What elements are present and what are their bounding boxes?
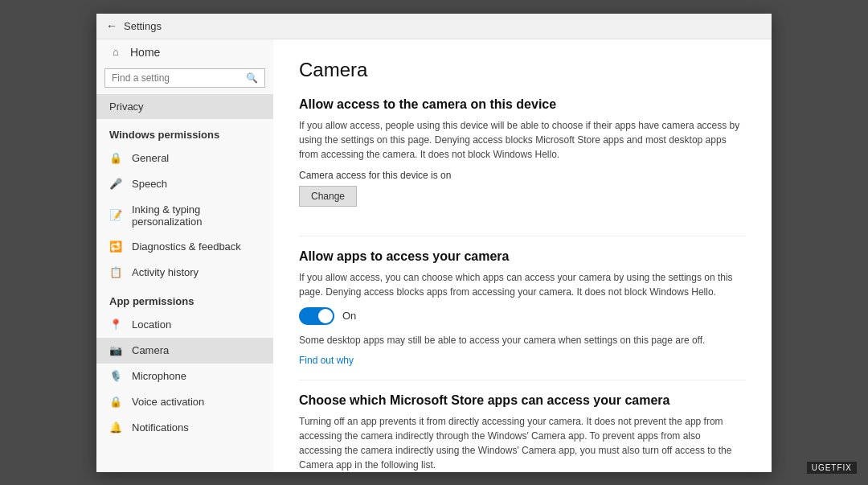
sidebar-item-speech[interactable]: 🎤 Speech	[96, 171, 273, 197]
camera-status: Camera access for this device is on	[299, 170, 746, 181]
sidebar-item-home[interactable]: ⌂ Home	[96, 39, 273, 65]
settings-window: ← Settings ⌂ Home 🔍 Privacy Windows perm…	[96, 14, 772, 472]
notifications-icon: 🔔	[109, 421, 122, 434]
sidebar-item-label: Camera	[132, 344, 169, 356]
windows-permissions-header: Windows permissions	[96, 119, 273, 146]
inking-icon: 📝	[109, 209, 122, 222]
app-access-toggle[interactable]	[299, 307, 334, 325]
diagnostics-icon: 🔁	[109, 240, 122, 253]
section2-desc: If you allow access, you can choose whic…	[299, 270, 746, 299]
section-app-access: Allow apps to access your camera If you …	[299, 249, 746, 367]
window-title: Settings	[124, 20, 162, 32]
sidebar-item-microphone[interactable]: 🎙️ Microphone	[96, 364, 273, 389]
change-button[interactable]: Change	[299, 186, 357, 207]
section-store-apps: Choose which Microsoft Store apps can ac…	[299, 393, 746, 472]
toggle-label: On	[342, 310, 356, 322]
page-title: Camera	[299, 59, 746, 81]
section-device-access: Allow access to the camera on this devic…	[299, 97, 746, 223]
sidebar-item-general[interactable]: 🔒 General	[96, 146, 273, 171]
sidebar-item-label: Inking & typing personalization	[132, 203, 260, 228]
sidebar-home-label: Home	[130, 46, 160, 59]
sidebar-item-label: Activity history	[132, 266, 199, 278]
section3-desc: Turning off an app prevents it from dire…	[299, 414, 746, 472]
sidebar-item-label: Diagnostics & feedback	[132, 240, 241, 253]
camera-icon: 📷	[109, 344, 122, 357]
activity-icon: 📋	[109, 266, 122, 279]
search-input[interactable]	[112, 72, 246, 84]
sidebar-item-label: General	[132, 152, 169, 164]
lock-icon: 🔒	[109, 152, 122, 165]
app-permissions-header: App permissions	[96, 286, 273, 312]
sidebar-item-camera[interactable]: 📷 Camera	[96, 338, 273, 364]
note-text: Some desktop apps may still be able to a…	[299, 333, 746, 347]
sidebar-item-label: Microphone	[132, 370, 186, 382]
sidebar-item-activity[interactable]: 📋 Activity history	[96, 260, 273, 286]
sidebar-item-location[interactable]: 📍 Location	[96, 312, 273, 338]
title-bar: ← Settings	[96, 14, 772, 39]
back-button[interactable]: ←	[106, 19, 117, 32]
main-content: Camera Allow access to the camera on thi…	[273, 39, 772, 472]
watermark: UGETFIX	[807, 462, 857, 474]
sidebar: ⌂ Home 🔍 Privacy Windows permissions 🔒 G…	[96, 39, 273, 472]
sidebar-item-voice[interactable]: 🔒 Voice activation	[96, 389, 273, 415]
speech-icon: 🎤	[109, 178, 122, 191]
sidebar-item-diagnostics[interactable]: 🔁 Diagnostics & feedback	[96, 234, 273, 260]
divider2	[299, 380, 746, 380]
sidebar-item-label: Location	[132, 319, 171, 331]
section1-desc: If you allow access, people using this d…	[299, 118, 746, 162]
toggle-knob	[318, 309, 333, 323]
window-content: ⌂ Home 🔍 Privacy Windows permissions 🔒 G…	[96, 39, 772, 472]
voice-icon: 🔒	[109, 396, 122, 409]
search-box: 🔍	[104, 68, 265, 88]
section2-title: Allow apps to access your camera	[299, 249, 746, 264]
sidebar-item-label: Speech	[132, 178, 167, 190]
search-icon: 🔍	[246, 72, 258, 84]
sidebar-item-label: Notifications	[132, 421, 189, 434]
find-out-why-link[interactable]: Find out why	[299, 355, 354, 366]
divider1	[299, 236, 746, 236]
home-icon: ⌂	[109, 46, 122, 59]
sidebar-item-label: Voice activation	[132, 396, 204, 408]
section3-title: Choose which Microsoft Store apps can ac…	[299, 393, 746, 408]
location-icon: 📍	[109, 319, 122, 331]
section1-title: Allow access to the camera on this devic…	[299, 97, 746, 112]
app-access-toggle-row: On	[299, 307, 746, 325]
privacy-label: Privacy	[109, 101, 144, 113]
sidebar-item-notifications[interactable]: 🔔 Notifications	[96, 415, 273, 441]
microphone-icon: 🎙️	[109, 370, 122, 383]
sidebar-item-privacy[interactable]: Privacy	[96, 94, 273, 119]
sidebar-item-inking[interactable]: 📝 Inking & typing personalization	[96, 197, 273, 234]
